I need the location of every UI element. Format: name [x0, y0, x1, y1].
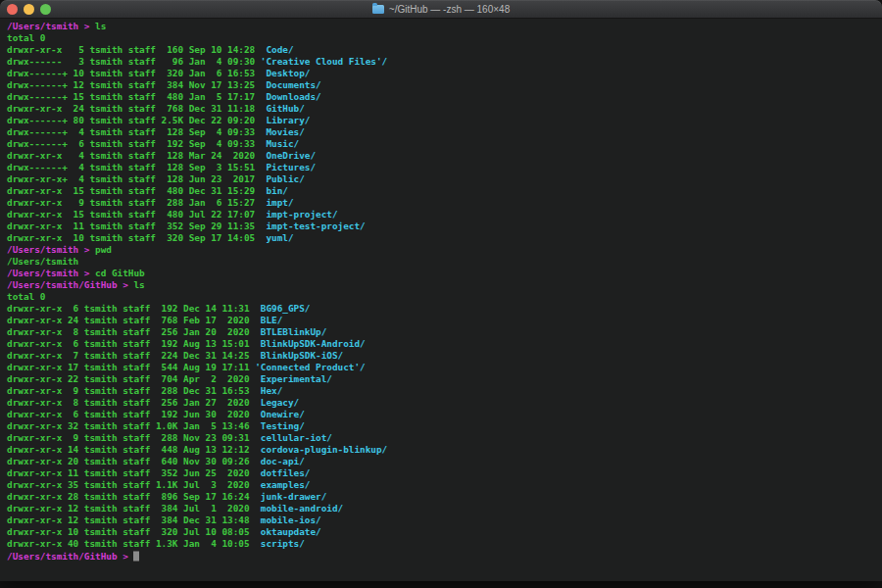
terminal-line: drwx------+ 15 tsmith staff 480 Jan 5 17…: [7, 91, 882, 103]
terminal-line: /Users/tsmith > cd GitHub: [7, 268, 882, 279]
directory-name: cellular-iot/: [250, 432, 332, 443]
directory-name: examples/: [250, 479, 311, 490]
terminal-line: drwxr-xr-x 14 tsmith staff 448 Aug 13 12…: [7, 444, 882, 456]
terminal-line: drwxr-xr-x 6 tsmith staff 192 Dec 14 11:…: [7, 303, 882, 315]
minimize-button[interactable]: [24, 4, 34, 15]
directory-name: OneDrive/: [255, 150, 316, 161]
titlebar-center: ~/GitHub — -zsh — 160×48: [0, 0, 882, 18]
terminal-line: drwx------+ 6 tsmith staff 192 Sep 4 09:…: [7, 138, 882, 150]
directory-name: bin/: [255, 185, 288, 196]
prompt-text: /Users/tsmith >: [7, 244, 95, 255]
output-text: drwxr-xr-x 8 tsmith staff 256 Jan 27 202…: [7, 397, 250, 408]
output-text: drwxr-xr-x 32 tsmith staff 1.0K Jan 5 13…: [7, 420, 250, 431]
output-text: ls: [95, 21, 106, 31]
directory-name: yuml/: [255, 232, 293, 243]
output-text: drwx------+ 4 tsmith staff 128 Sep 3 15:…: [7, 162, 255, 172]
terminal-line: drwx------+ 80 tsmith staff 2.5K Dec 22 …: [7, 115, 882, 126]
directory-name: Downloads/: [255, 91, 321, 102]
terminal-line: drwxr-xr-x 40 tsmith staff 1.3K Jan 4 10…: [7, 538, 882, 550]
terminal-line: drwxr-xr-x 35 tsmith staff 1.1K Jul 3 20…: [7, 479, 882, 491]
terminal-line: total 0: [7, 32, 882, 44]
output-text: drwxr-xr-x 9 tsmith staff 288 Nov 23 09:…: [7, 432, 250, 443]
output-text: drwxr-xr-x 5 tsmith staff 160 Sep 10 14:…: [7, 44, 255, 55]
terminal-line: drwxr-xr-x 11 tsmith staff 352 Jun 25 20…: [7, 467, 882, 479]
output-text: drwxr-xr-x 6 tsmith staff 192 Dec 14 11:…: [7, 303, 250, 314]
terminal-line: drwxr-xr-x 5 tsmith staff 160 Sep 10 14:…: [7, 44, 882, 56]
directory-name: scripts/: [250, 538, 305, 549]
terminal-line: drwxr-xr-x 10 tsmith staff 320 Sep 17 14…: [7, 232, 882, 244]
terminal-line: drwxr-xr-x 4 tsmith staff 128 Mar 24 202…: [7, 150, 882, 162]
output-text: drwxr-xr-x 8 tsmith staff 256 Jan 20 202…: [7, 326, 250, 337]
terminal-line: drwxr-xr-x 24 tsmith staff 768 Dec 31 11…: [7, 103, 882, 115]
output-text: pwd: [95, 244, 112, 255]
output-text: drwxr-xr-x+ 4 tsmith staff 128 Jun 23 20…: [7, 173, 255, 184]
output-text: ls: [133, 279, 144, 290]
directory-name: BlinkUpSDK-Android/: [250, 338, 366, 349]
output-text: drwx------+ 12 tsmith staff 384 Nov 17 1…: [7, 79, 255, 90]
output-text: drwxr-xr-x 24 tsmith staff 768 Dec 31 11…: [7, 103, 255, 114]
output-text: drwxr-xr-x 15 tsmith staff 480 Dec 31 15…: [7, 185, 255, 196]
zoom-button[interactable]: [40, 4, 51, 15]
directory-name: dotfiles/: [250, 467, 311, 478]
terminal-line: drwxr-xr-x 12 tsmith staff 384 Dec 31 13…: [7, 514, 882, 526]
directory-name: Movies/: [255, 126, 305, 137]
output-text: total 0: [7, 291, 45, 302]
directory-name: impt-project/: [255, 209, 337, 220]
output-text: drwxr-xr-x 6 tsmith staff 192 Aug 13 15:…: [7, 338, 250, 349]
output-text: drwxr-xr-x 22 tsmith staff 704 Apr 2 202…: [7, 373, 250, 384]
output-text: drwx------+ 6 tsmith staff 192 Sep 4 09:…: [7, 138, 255, 149]
output-text: drwxr-xr-x 10 tsmith staff 320 Sep 17 14…: [7, 232, 255, 243]
terminal-line: drwxr-xr-x 6 tsmith staff 192 Jun 30 202…: [7, 409, 882, 420]
output-text: drwxr-xr-x 40 tsmith staff 1.3K Jan 4 10…: [7, 538, 250, 549]
terminal-line: /Users/tsmith/GitHub > ls: [7, 279, 882, 291]
output-text: drwxr-xr-x 4 tsmith staff 128 Mar 24 202…: [7, 150, 255, 161]
terminal-line: drwxr-xr-x 28 tsmith staff 896 Sep 17 16…: [7, 491, 882, 503]
traffic-lights: [7, 4, 51, 15]
output-text: drwx------+ 10 tsmith staff 320 Jan 6 16…: [7, 68, 255, 78]
output-text: drwxr-xr-x 6 tsmith staff 192 Jun 30 202…: [7, 409, 250, 419]
terminal-line: drwxr-xr-x 17 tsmith staff 544 Aug 19 17…: [7, 362, 882, 373]
prompt-text: /Users/tsmith/GitHub >: [7, 279, 133, 290]
terminal-line: /Users/tsmith > pwd: [7, 244, 882, 256]
window-title: ~/GitHub — -zsh — 160×48: [389, 4, 510, 15]
directory-name: BTLEBlinkUp/: [250, 326, 327, 337]
output-text: /Users/tsmith: [7, 256, 78, 267]
output-text: drwxr-xr-x 12 tsmith staff 384 Dec 31 13…: [7, 514, 250, 525]
terminal-line: /Users/tsmith: [7, 256, 882, 268]
close-button[interactable]: [7, 4, 18, 15]
window-titlebar[interactable]: ~/GitHub — -zsh — 160×48: [0, 0, 882, 19]
terminal-line: drwxr-xr-x+ 4 tsmith staff 128 Jun 23 20…: [7, 173, 882, 185]
directory-name: BLE/: [250, 315, 283, 325]
output-text: drwxr-xr-x 14 tsmith staff 448 Aug 13 12…: [7, 444, 250, 455]
directory-name: junk-drawer/: [250, 491, 327, 502]
output-text: total 0: [7, 32, 45, 43]
directory-name: 'Creative Cloud Files'/: [255, 56, 387, 67]
directory-name: Onewire/: [250, 409, 305, 419]
terminal-cursor: [133, 552, 139, 562]
output-text: drwx------ 3 tsmith staff 96 Jan 4 09:30: [7, 56, 255, 67]
prompt-text: /Users/tsmith/GitHub >: [7, 551, 133, 562]
terminal-line: drwxr-xr-x 15 tsmith staff 480 Jul 22 17…: [7, 209, 882, 220]
directory-name: Desktop/: [255, 68, 310, 78]
directory-name: Experimental/: [250, 373, 332, 384]
terminal-line: drwxr-xr-x 7 tsmith staff 224 Dec 31 14:…: [7, 350, 882, 362]
prompt-text: /Users/tsmith >: [7, 268, 95, 278]
output-text: drwxr-xr-x 20 tsmith staff 640 Nov 30 09…: [7, 456, 250, 466]
terminal-line: drwxr-xr-x 10 tsmith staff 320 Jul 10 08…: [7, 526, 882, 538]
directory-name: GitHub/: [255, 103, 305, 114]
terminal-output[interactable]: /Users/tsmith > lstotal 0drwxr-xr-x 5 ts…: [0, 19, 882, 581]
prompt-text: /Users/tsmith >: [7, 21, 95, 31]
output-text: drwxr-xr-x 11 tsmith staff 352 Sep 29 11…: [7, 220, 255, 231]
output-text: drwx------+ 80 tsmith staff 2.5K Dec 22 …: [7, 115, 255, 125]
terminal-line: total 0: [7, 291, 882, 303]
output-text: drwxr-xr-x 9 tsmith staff 288 Dec 31 16:…: [7, 385, 250, 396]
terminal-line: /Users/tsmith > ls: [7, 21, 882, 32]
directory-name: BlinkUpSDK-iOS/: [250, 350, 344, 361]
folder-proxy-icon[interactable]: [372, 5, 384, 14]
terminal-line: drwx------ 3 tsmith staff 96 Jan 4 09:30…: [7, 56, 882, 68]
terminal-line: drwxr-xr-x 9 tsmith staff 288 Nov 23 09:…: [7, 432, 882, 444]
output-text: drwxr-xr-x 9 tsmith staff 288 Jan 6 15:2…: [7, 197, 255, 208]
output-text: drwxr-xr-x 35 tsmith staff 1.1K Jul 3 20…: [7, 479, 250, 490]
terminal-window: ~/GitHub — -zsh — 160×48 /Users/tsmith >…: [0, 0, 882, 581]
terminal-line: drwxr-xr-x 20 tsmith staff 640 Nov 30 09…: [7, 456, 882, 467]
